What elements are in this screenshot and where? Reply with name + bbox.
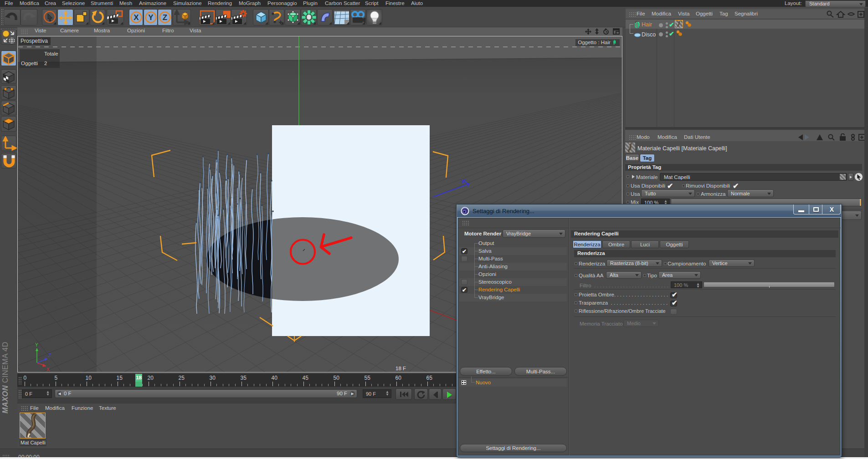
svg-text:Y: Y — [35, 342, 38, 347]
svg-text:X: X — [46, 367, 50, 372]
svg-text:X: X — [134, 13, 139, 22]
svg-text:Z: Z — [48, 353, 51, 358]
svg-text:Z: Z — [163, 13, 167, 22]
svg-text:Y: Y — [148, 13, 154, 22]
